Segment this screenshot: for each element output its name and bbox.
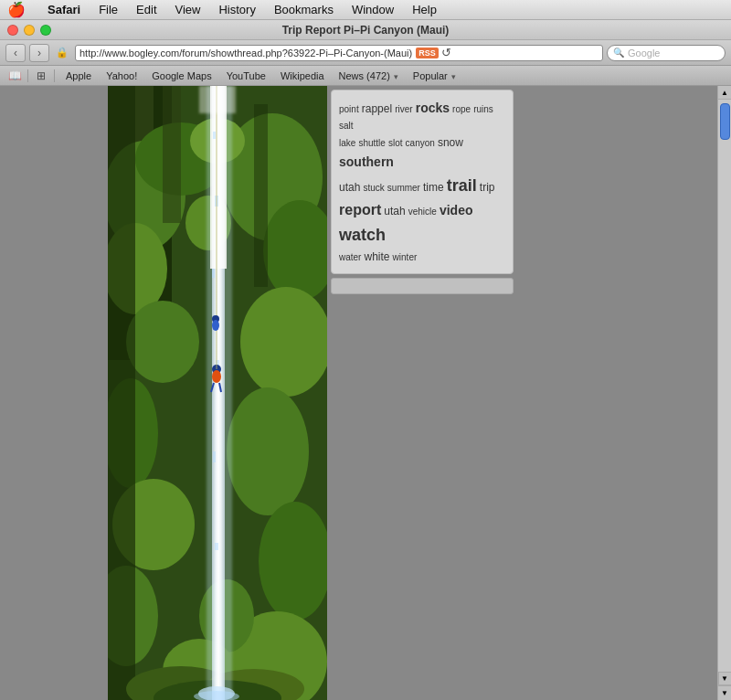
tag-utah2[interactable]: utah bbox=[384, 205, 405, 217]
refresh-button[interactable]: ↺ bbox=[439, 45, 455, 61]
svg-rect-18 bbox=[163, 86, 181, 223]
tag-rope[interactable]: rope bbox=[452, 104, 471, 114]
scroll-down-button-2[interactable]: ▼ bbox=[718, 685, 732, 700]
window-menu[interactable]: Window bbox=[343, 1, 403, 18]
bm-youtube[interactable]: YouTube bbox=[219, 69, 273, 83]
bm-google-maps[interactable]: Google Maps bbox=[144, 69, 218, 83]
bm-news[interactable]: News (472) ▾ bbox=[332, 69, 406, 83]
left-sidebar bbox=[0, 86, 38, 700]
bm-wikipedia[interactable]: Wikipedia bbox=[273, 69, 332, 83]
search-icon: 🔍 bbox=[613, 48, 624, 58]
tag-watch[interactable]: watch bbox=[339, 226, 386, 244]
svg-rect-30 bbox=[213, 132, 216, 139]
main-area: point rappel river rocks rope ruins salt… bbox=[0, 86, 731, 700]
scroll-thumb[interactable] bbox=[720, 103, 730, 140]
bookmarks-menu[interactable]: Bookmarks bbox=[265, 1, 343, 18]
history-menu[interactable]: History bbox=[209, 1, 264, 18]
rss-badge[interactable]: RSS bbox=[416, 48, 439, 58]
tag-slot[interactable]: slot bbox=[388, 138, 403, 148]
vertical-scrollbar[interactable]: ▲ ▼ ▼ bbox=[717, 86, 731, 700]
back-button[interactable]: ‹ bbox=[5, 44, 26, 62]
svg-rect-34 bbox=[213, 451, 216, 462]
tag-water[interactable]: water bbox=[339, 252, 361, 262]
menubar: 🍎 Safari File Edit View History Bookmark… bbox=[0, 0, 731, 20]
tag-snow[interactable]: snow bbox=[438, 136, 463, 149]
svg-rect-43 bbox=[199, 86, 236, 113]
apple-menu[interactable]: 🍎 bbox=[7, 1, 26, 18]
toolbar: ‹ › 🔒 http://www.bogley.com/forum/showth… bbox=[0, 40, 731, 66]
tag-cloud-box: point rappel river rocks rope ruins salt… bbox=[331, 90, 514, 274]
tag-summer[interactable]: summer bbox=[387, 183, 420, 193]
tag-trip[interactable]: trip bbox=[480, 181, 495, 194]
tag-cloud-more-button[interactable] bbox=[331, 278, 514, 294]
tag-point[interactable]: point bbox=[339, 104, 359, 114]
help-menu[interactable]: Help bbox=[403, 1, 446, 18]
svg-rect-35 bbox=[215, 543, 218, 550]
lock-icon: 🔒 bbox=[53, 44, 71, 62]
show-all-bookmarks-icon[interactable]: ⊞ bbox=[32, 67, 50, 85]
svg-point-37 bbox=[212, 370, 221, 383]
svg-point-14 bbox=[227, 387, 309, 515]
svg-rect-17 bbox=[108, 86, 135, 700]
search-placeholder: Google bbox=[628, 48, 660, 58]
tag-river[interactable]: river bbox=[395, 104, 412, 114]
address-bar[interactable]: http://www.bogley.com/forum/showthread.p… bbox=[75, 45, 603, 61]
svg-rect-19 bbox=[254, 104, 268, 287]
waterfall-image bbox=[108, 86, 327, 700]
bm-divider-2 bbox=[54, 69, 55, 82]
bm-divider bbox=[27, 69, 28, 82]
tag-salt[interactable]: salt bbox=[339, 121, 354, 131]
reading-list-icon[interactable]: 📖 bbox=[5, 67, 24, 85]
file-menu[interactable]: File bbox=[90, 1, 127, 18]
svg-point-7 bbox=[126, 301, 199, 383]
tag-video[interactable]: video bbox=[440, 203, 473, 217]
scroll-down-button-1[interactable]: ▼ bbox=[718, 672, 732, 685]
titlebar: Trip Report Pi–Pi Canyon (Maui) bbox=[0, 20, 731, 40]
tag-stuck[interactable]: stuck bbox=[363, 183, 384, 193]
page-title: Trip Report Pi–Pi Canyon (Maui) bbox=[282, 24, 450, 37]
maximize-button[interactable] bbox=[40, 25, 51, 36]
address-text: http://www.bogley.com/forum/showthread.p… bbox=[79, 48, 412, 58]
tag-vehicle[interactable]: vehicle bbox=[408, 207, 437, 217]
waterfall-container bbox=[108, 86, 327, 700]
tag-white[interactable]: white bbox=[365, 250, 390, 263]
tag-winter[interactable]: winter bbox=[393, 252, 418, 262]
right-panel: point rappel river rocks rope ruins salt… bbox=[327, 86, 731, 700]
tag-time[interactable]: time bbox=[423, 181, 444, 194]
bm-yahoo[interactable]: Yahoo! bbox=[99, 69, 144, 83]
tag-ruins[interactable]: ruins bbox=[473, 104, 493, 114]
bm-popular[interactable]: Popular ▾ bbox=[406, 69, 463, 83]
edit-menu[interactable]: Edit bbox=[127, 1, 165, 18]
tag-utah[interactable]: utah bbox=[339, 181, 360, 194]
safari-menu[interactable]: Safari bbox=[38, 1, 90, 18]
search-bar[interactable]: 🔍 Google bbox=[607, 45, 726, 61]
svg-point-42 bbox=[212, 320, 219, 331]
left-column-2 bbox=[38, 86, 75, 700]
traffic-lights bbox=[7, 25, 51, 36]
view-menu[interactable]: View bbox=[166, 1, 210, 18]
tag-rocks[interactable]: rocks bbox=[416, 101, 450, 115]
tag-lake[interactable]: lake bbox=[339, 138, 355, 148]
tag-canyon[interactable]: canyon bbox=[406, 138, 435, 148]
bm-apple[interactable]: Apple bbox=[58, 69, 99, 83]
minimize-button[interactable] bbox=[24, 25, 35, 36]
tag-trail[interactable]: trail bbox=[447, 176, 477, 195]
bookmarks-bar: 📖 ⊞ Apple Yahoo! Google Maps YouTube Wik… bbox=[0, 66, 731, 86]
tag-rappel[interactable]: rappel bbox=[362, 102, 392, 115]
tag-southern[interactable]: southern bbox=[339, 154, 394, 169]
scroll-up-button[interactable]: ▲ bbox=[718, 86, 732, 100]
forward-button[interactable]: › bbox=[29, 44, 49, 62]
left-column-3 bbox=[75, 86, 108, 700]
tag-shuttle[interactable]: shuttle bbox=[358, 138, 385, 148]
close-button[interactable] bbox=[7, 25, 18, 36]
tag-report[interactable]: report bbox=[339, 202, 381, 217]
svg-rect-32 bbox=[212, 269, 215, 278]
